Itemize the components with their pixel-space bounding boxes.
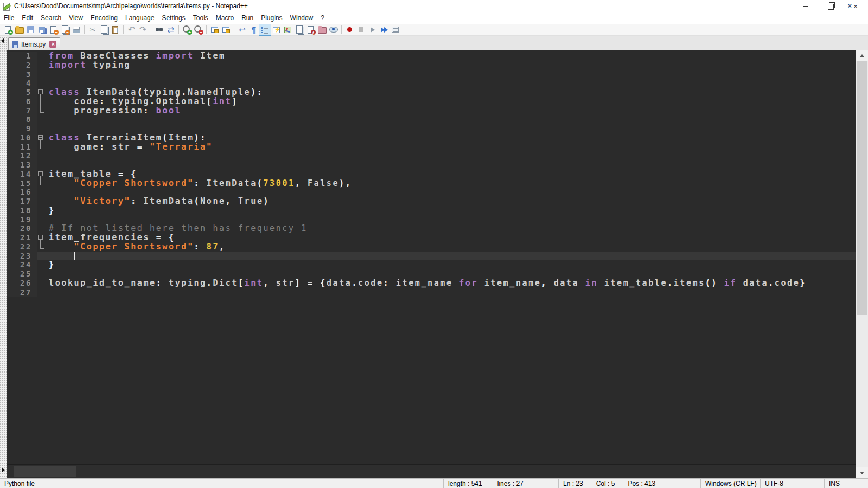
- code-line-5[interactable]: 5class ItemData(typing.NamedTuple):: [7, 88, 856, 97]
- line-number: 7: [7, 106, 37, 115]
- code-line-19[interactable]: 19: [7, 215, 856, 224]
- macro-run-multiple-icon[interactable]: [378, 24, 390, 35]
- fold-toggle-icon[interactable]: [37, 233, 46, 242]
- menu-close-icon[interactable]: ×: [847, 2, 852, 10]
- fold-margin: [37, 215, 46, 224]
- code-line-21[interactable]: 21item_frequencies = {: [7, 233, 856, 242]
- restore-button[interactable]: [818, 0, 843, 12]
- macro-record-icon[interactable]: [344, 24, 355, 35]
- find-icon[interactable]: [154, 24, 165, 35]
- menu-item-file[interactable]: File: [0, 12, 18, 23]
- code-line-3[interactable]: 3: [7, 70, 856, 79]
- word-wrap-icon[interactable]: ↩: [237, 24, 248, 35]
- tab-close-icon[interactable]: ×: [49, 41, 56, 48]
- zoom-in-icon[interactable]: +: [181, 24, 193, 35]
- macro-stop-icon[interactable]: [355, 24, 367, 35]
- code-line-16[interactable]: 16: [7, 188, 856, 197]
- code-line-23[interactable]: 23: [7, 252, 856, 261]
- save-file-icon[interactable]: [25, 24, 36, 35]
- window-title: C:\Users\Dood\Documents\tmp\Archipelago\…: [14, 2, 248, 10]
- undo-icon[interactable]: ↶: [126, 24, 137, 35]
- code-line-18[interactable]: 18}: [7, 206, 856, 215]
- function-list-icon[interactable]: ƒ: [305, 24, 316, 35]
- code-line-26[interactable]: 26lookup_id_to_name: typing.Dict[int, st…: [7, 279, 856, 288]
- scroll-up-icon[interactable]: [856, 50, 868, 61]
- menu-item-language[interactable]: Language: [122, 12, 158, 23]
- fold-toggle-icon[interactable]: [37, 88, 46, 97]
- vertical-scrollbar-thumb[interactable]: [857, 61, 867, 315]
- code-line-4[interactable]: 4: [7, 79, 856, 88]
- fold-toggle-icon[interactable]: [37, 133, 46, 143]
- dock-expand-right-icon[interactable]: [2, 467, 5, 473]
- code-text: [46, 269, 856, 279]
- monitoring-eye-icon[interactable]: [328, 24, 339, 35]
- code-line-9[interactable]: 9: [7, 124, 856, 133]
- code-line-13[interactable]: 13: [7, 160, 856, 170]
- show-indent-guide-icon[interactable]: [259, 24, 271, 35]
- code-line-15[interactable]: 15 "Copper Shortsword": ItemData(73001, …: [7, 179, 856, 188]
- code-line-1[interactable]: 1from BaseClasses import Item: [7, 52, 856, 61]
- menu-item-plugins[interactable]: Plugins: [257, 12, 286, 23]
- close-button[interactable]: ×: [843, 0, 868, 12]
- code-editor[interactable]: 1from BaseClasses import Item2import typ…: [7, 50, 856, 464]
- code-line-11[interactable]: 11 game: str = "Terraria": [7, 143, 856, 152]
- scroll-down-icon[interactable]: [856, 467, 868, 478]
- code-text: "Copper Shortsword": ItemData(73001, Fal…: [46, 179, 856, 188]
- replace-icon[interactable]: ⇄: [165, 24, 176, 35]
- code-line-12[interactable]: 12: [7, 151, 856, 160]
- dock-splitter[interactable]: [0, 36, 7, 478]
- vertical-scrollbar[interactable]: [856, 50, 868, 478]
- minimize-button[interactable]: [793, 0, 818, 12]
- code-line-7[interactable]: 7 progression: bool: [7, 106, 856, 115]
- define-language-icon[interactable]: [271, 24, 282, 35]
- zoom-out-icon[interactable]: −: [193, 24, 204, 35]
- menu-item-encoding[interactable]: Encoding: [87, 12, 122, 23]
- code-line-10[interactable]: 10class TerrariaItem(Item):: [7, 133, 856, 143]
- menu-item-run[interactable]: Run: [238, 12, 257, 23]
- code-line-24[interactable]: 24}: [7, 260, 856, 269]
- print-icon[interactable]: [71, 24, 82, 35]
- document-map-icon[interactable]: [282, 24, 293, 35]
- menu-item-edit[interactable]: Edit: [18, 12, 37, 23]
- status-eol-format: Windows (CR LF): [701, 479, 761, 488]
- dock-collapse-left-icon[interactable]: [1, 38, 4, 43]
- code-line-6[interactable]: 6 code: typing.Optional[int]: [7, 97, 856, 106]
- code-line-27[interactable]: 27: [7, 288, 856, 297]
- menu-item-window[interactable]: Window: [286, 12, 317, 23]
- save-all-icon[interactable]: [36, 24, 48, 35]
- menu-item-help[interactable]: ?: [317, 12, 328, 23]
- code-line-14[interactable]: 14item_table = {: [7, 170, 856, 179]
- redo-icon[interactable]: ↷: [137, 24, 149, 35]
- horizontal-scrollbar[interactable]: [7, 464, 856, 478]
- sync-horizontal-scrolling-icon[interactable]: [220, 24, 232, 35]
- code-line-20[interactable]: 20# If not listed here then has frequenc…: [7, 224, 856, 233]
- menu-item-macro[interactable]: Macro: [212, 12, 238, 23]
- fold-toggle-icon[interactable]: [37, 170, 46, 179]
- sync-vertical-scrolling-icon[interactable]: [209, 24, 220, 35]
- macro-save-icon[interactable]: [390, 24, 401, 35]
- menu-item-search[interactable]: Search: [37, 12, 65, 23]
- open-file-icon[interactable]: [14, 24, 25, 35]
- cut-icon[interactable]: ✂: [87, 24, 98, 35]
- menu-item-tools[interactable]: Tools: [189, 12, 212, 23]
- menu-item-settings[interactable]: Settings: [158, 12, 189, 23]
- folder-as-workspace-icon[interactable]: [316, 24, 328, 35]
- copy-icon[interactable]: [98, 24, 110, 35]
- code-line-25[interactable]: 25: [7, 269, 856, 279]
- code-line-8[interactable]: 8: [7, 115, 856, 124]
- menu-item-view[interactable]: View: [65, 12, 87, 23]
- code-line-2[interactable]: 2import typing: [7, 61, 856, 70]
- new-file-icon[interactable]: +: [2, 24, 14, 35]
- code-text: "Victory": ItemData(None, True): [46, 197, 856, 206]
- paste-icon[interactable]: [110, 24, 121, 35]
- close-all-icon[interactable]: −: [59, 24, 71, 35]
- code-text: [46, 215, 856, 224]
- tab-items-py[interactable]: Items.py ×: [8, 37, 60, 50]
- code-line-17[interactable]: 17 "Victory": ItemData(None, True): [7, 197, 856, 206]
- code-line-22[interactable]: 22 "Copper Shortsword": 87,: [7, 242, 856, 252]
- show-all-characters-icon[interactable]: ¶: [248, 24, 259, 35]
- macro-playback-icon[interactable]: [367, 24, 378, 35]
- close-file-icon[interactable]: −: [48, 24, 59, 35]
- horizontal-scrollbar-thumb[interactable]: [14, 466, 76, 477]
- document-list-icon[interactable]: [293, 24, 305, 35]
